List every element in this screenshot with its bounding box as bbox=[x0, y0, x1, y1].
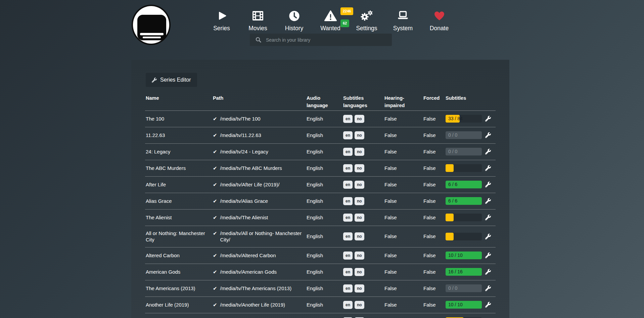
series-name[interactable]: The Americans (2013) bbox=[145, 280, 212, 297]
logo-tv-icon bbox=[137, 15, 166, 40]
nav-label: Settings bbox=[356, 26, 377, 32]
series-name[interactable]: A.P. Bio bbox=[145, 313, 212, 318]
heart-icon bbox=[434, 7, 445, 25]
actions-cell bbox=[485, 143, 496, 160]
edit-series-button[interactable] bbox=[485, 215, 491, 220]
check-icon: ✔ bbox=[213, 181, 217, 188]
edit-series-button[interactable] bbox=[485, 182, 491, 187]
table-row: All or Nothing: Manchester City ✔ /media… bbox=[145, 226, 496, 247]
actions-cell bbox=[485, 313, 496, 318]
hearing-impaired-cell: False bbox=[384, 297, 423, 313]
series-name[interactable]: After Life bbox=[145, 176, 212, 193]
header-name: Name bbox=[145, 90, 212, 110]
nav-item-wanted[interactable]: Wanted 2246 62 bbox=[312, 7, 349, 32]
hearing-impaired-cell: False bbox=[384, 280, 423, 297]
language-badge: no bbox=[355, 131, 364, 139]
forced-cell: False bbox=[423, 160, 445, 176]
series-editor-button[interactable]: Series Editor bbox=[146, 73, 197, 87]
forced-cell: False bbox=[423, 297, 445, 313]
edit-series-button[interactable] bbox=[485, 253, 491, 258]
nav-item-settings[interactable]: Settings bbox=[349, 7, 385, 32]
subtitles-languages-cell: enno bbox=[342, 143, 384, 160]
header-subtitles: Subtitles bbox=[445, 90, 485, 110]
subtitles-progress-cell: 0 / 0 bbox=[445, 280, 485, 297]
check-icon: ✔ bbox=[213, 132, 217, 139]
series-path: ✔ /media/tv/After Life (2019)/ bbox=[212, 176, 306, 193]
series-path: ✔ /media/tv/The Alienist bbox=[212, 209, 306, 226]
series-name[interactable]: All or Nothing: Manchester City bbox=[145, 226, 212, 247]
language-badge: no bbox=[355, 268, 364, 276]
actions-cell bbox=[485, 247, 496, 264]
actions-cell bbox=[485, 160, 496, 176]
hearing-impaired-cell: False bbox=[384, 209, 423, 226]
subtitles-languages-cell: enno bbox=[342, 160, 384, 176]
actions-cell bbox=[485, 127, 496, 143]
actions-cell bbox=[485, 209, 496, 226]
actions-cell bbox=[485, 110, 496, 127]
series-name[interactable]: The ABC Murders bbox=[145, 160, 212, 176]
nav-item-system[interactable]: System bbox=[385, 7, 421, 32]
nav-item-series[interactable]: Series bbox=[203, 7, 240, 32]
language-badge: en bbox=[343, 131, 353, 139]
check-icon: ✔ bbox=[213, 285, 217, 292]
edit-series-button[interactable] bbox=[485, 198, 491, 204]
forced-cell: False bbox=[423, 193, 445, 209]
check-icon: ✔ bbox=[213, 269, 217, 275]
play-icon bbox=[217, 7, 227, 25]
forced-cell: False bbox=[423, 143, 445, 160]
subtitles-progress-cell: 33 / 84 bbox=[445, 110, 485, 127]
actions-cell bbox=[485, 297, 496, 313]
nav-item-movies[interactable]: Movies bbox=[240, 7, 276, 32]
table-row: The Alienist ✔ /media/tv/The Alienist En… bbox=[145, 209, 496, 226]
series-name[interactable]: Altered Carbon bbox=[145, 247, 212, 264]
header-actions bbox=[485, 90, 496, 110]
warning-triangle-icon bbox=[324, 7, 337, 25]
subtitles-progress-cell: 16 / 16 bbox=[445, 264, 485, 280]
edit-series-button[interactable] bbox=[485, 302, 491, 308]
series-name[interactable]: Alias Grace bbox=[145, 193, 212, 209]
series-name[interactable]: 11.22.63 bbox=[145, 127, 212, 143]
check-icon: ✔ bbox=[213, 302, 217, 308]
nav-label: Donate bbox=[430, 26, 449, 32]
edit-series-button[interactable] bbox=[485, 285, 491, 291]
nav-label: Movies bbox=[248, 26, 267, 32]
edit-series-button[interactable] bbox=[485, 132, 491, 138]
edit-series-button[interactable] bbox=[485, 149, 491, 154]
language-badge: no bbox=[355, 164, 364, 172]
subtitles-progress-bar: 16 / 16 bbox=[446, 268, 482, 276]
subtitles-progress-bar: 6 / 6 bbox=[446, 197, 482, 205]
series-name[interactable]: American Gods bbox=[145, 264, 212, 280]
edit-series-button[interactable] bbox=[485, 165, 491, 171]
audio-language-cell: English bbox=[306, 313, 342, 318]
table-row: Altered Carbon ✔ /media/tv/Altered Carbo… bbox=[145, 247, 496, 264]
edit-series-button[interactable] bbox=[485, 116, 491, 122]
nav-label: Wanted bbox=[320, 26, 340, 32]
series-path: ✔ /media/tv/American Gods bbox=[212, 264, 306, 280]
hearing-impaired-cell: False bbox=[384, 313, 423, 318]
series-name[interactable]: 24: Legacy bbox=[145, 143, 212, 160]
search-icon bbox=[256, 37, 261, 43]
language-badge: en bbox=[343, 284, 353, 292]
series-name[interactable]: The Alienist bbox=[145, 209, 212, 226]
header-hearing-impaired: Hearing-impaired bbox=[384, 90, 423, 110]
actions-cell bbox=[485, 280, 496, 297]
hearing-impaired-cell: False bbox=[384, 264, 423, 280]
search-input[interactable] bbox=[265, 37, 387, 43]
edit-series-button[interactable] bbox=[485, 234, 491, 239]
edit-series-button[interactable] bbox=[485, 269, 491, 275]
audio-language-cell: English bbox=[306, 209, 342, 226]
subtitles-progress-cell: 13 / 26 bbox=[445, 313, 485, 318]
subtitles-progress-cell: 6 / 6 bbox=[445, 176, 485, 193]
subtitles-languages-cell: enno bbox=[342, 313, 384, 318]
nav-item-history[interactable]: History bbox=[276, 7, 312, 32]
subtitles-languages-cell: enno bbox=[342, 247, 384, 264]
series-name[interactable]: The 100 bbox=[145, 110, 212, 127]
series-path: ✔ /media/tv/Altered Carbon bbox=[212, 247, 306, 264]
hearing-impaired-cell: False bbox=[384, 193, 423, 209]
subtitles-languages-cell: enno bbox=[342, 297, 384, 313]
forced-cell: False bbox=[423, 209, 445, 226]
audio-language-cell: English bbox=[306, 127, 342, 143]
series-name[interactable]: Another Life (2019) bbox=[145, 297, 212, 313]
subtitles-progress-cell: 0 / 0 bbox=[445, 143, 485, 160]
nav-item-donate[interactable]: Donate bbox=[421, 7, 457, 32]
